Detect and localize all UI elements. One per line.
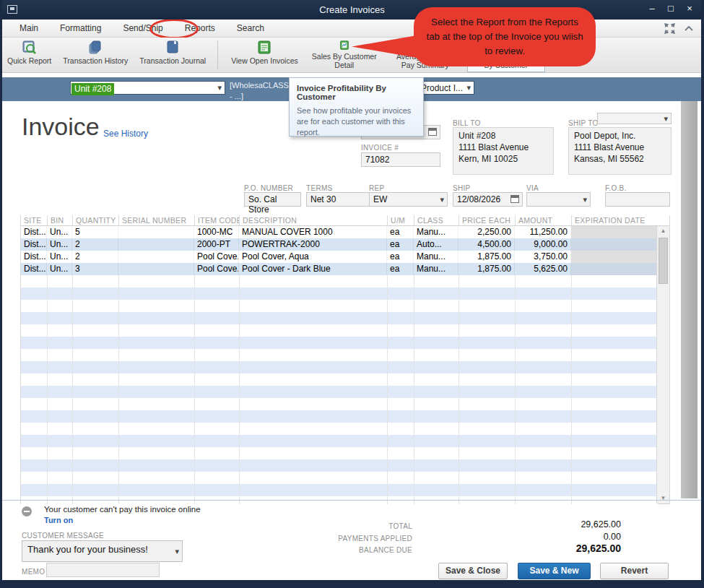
col-expiration-date: EXPIRATION DATE	[571, 215, 658, 225]
table-row: Dist... Un... 5 1000-MC MANUAL COVER 100…	[21, 226, 669, 238]
transaction-history-button[interactable]: Transaction History	[58, 38, 132, 72]
bill-to-box[interactable]: Unit #208 1111 Blast Avenue Kern, MI 100…	[453, 127, 554, 175]
po-number-field[interactable]: So. Cal Store	[244, 192, 301, 207]
memo-label: MEMO	[22, 568, 45, 576]
expand-window-icon[interactable]	[664, 23, 675, 34]
quick-report-button[interactable]: Quick Report	[3, 38, 56, 72]
class-field-text: [WholesaCLASS - ...]	[230, 80, 292, 102]
ship-date-field[interactable]: 12/08/2026	[453, 192, 523, 207]
calendar-icon[interactable]	[510, 195, 519, 203]
fob-label: F.O.B.	[605, 184, 627, 192]
balance-due-label: BALANCE DUE	[304, 546, 412, 554]
minimize-button[interactable]: –	[646, 2, 658, 15]
ribbon-tab-row: Main Formatting Send/Ship Reports Search	[0, 20, 704, 38]
empty-rows-area[interactable]	[21, 275, 658, 504]
reports-highlight-circle	[149, 19, 199, 39]
chevron-down-icon: ▾	[664, 114, 668, 124]
annotation-callout: Select the Report from the Reports tab a…	[414, 7, 596, 66]
report-tooltip: Invoice Profitability By Customer See ho…	[289, 77, 424, 137]
tooltip-title: Invoice Profitability By Customer	[297, 84, 416, 101]
online-payment-notice: Your customer can't pay this invoice onl…	[44, 505, 201, 514]
memo-input[interactable]	[46, 563, 160, 577]
payments-applied-label: PAYMENTS APPLIED	[304, 535, 412, 542]
chevron-down-icon: ▾	[440, 195, 444, 204]
callout-text: Select the Report from the Reports tab a…	[414, 11, 596, 62]
tooltip-body: See how profitable your invoices are for…	[297, 105, 416, 138]
view-open-invoices-icon	[256, 40, 272, 55]
col-price-each: PRICE EACH	[459, 215, 515, 225]
col-amount: AMOUNT	[515, 215, 571, 225]
maximize-button[interactable]: □	[665, 2, 677, 15]
close-button[interactable]: ×	[684, 2, 695, 15]
history-panel-toggle[interactable]: <	[681, 78, 698, 498]
window-title: Create Invoices	[0, 4, 704, 15]
calendar-icon[interactable]	[428, 128, 437, 136]
col-serial-number: SERIAL NUMBER	[118, 215, 194, 225]
col-item-code: ITEM CODE	[194, 215, 239, 225]
tab-main[interactable]: Main	[9, 20, 49, 38]
collapse-ribbon-icon[interactable]	[684, 25, 694, 33]
page-title: Invoice	[22, 113, 100, 141]
transaction-journal-icon	[165, 40, 181, 55]
scroll-down-icon[interactable]: ▼	[657, 493, 669, 503]
invoice-number-field[interactable]: 71082	[361, 152, 440, 167]
transaction-journal-button[interactable]: Transaction Journal	[135, 38, 210, 72]
online-payment-off-icon	[22, 506, 32, 516]
ship-to-box[interactable]: Pool Depot, Inc. 1111 Blast Avenue Kansa…	[568, 127, 672, 175]
template-dropdown[interactable]: Product I... ▾	[417, 81, 474, 95]
transaction-history-icon	[87, 40, 103, 55]
total-value: 29,625.00	[505, 519, 621, 529]
window-border	[0, 580, 704, 588]
see-history-link[interactable]: See History	[103, 129, 148, 139]
chevron-down-icon: ▾	[466, 83, 471, 92]
balance-due-value: 29,625.00	[505, 542, 621, 554]
scrollbar-thumb[interactable]	[659, 238, 668, 284]
customer-message-dropdown[interactable]: Thank you for your business! ▾	[22, 540, 183, 562]
create-invoices-window: Create Invoices – □ × Main Formatting Se…	[0, 0, 704, 588]
customer-job-value: Unit #208	[71, 83, 114, 95]
rep-dropdown[interactable]: EW ▾	[369, 192, 448, 207]
sales-by-customer-detail-icon	[336, 40, 352, 51]
col-quantity: QUANTITY	[72, 215, 118, 225]
quick-report-icon	[22, 40, 38, 55]
scroll-up-icon[interactable]: ▲	[657, 226, 669, 236]
chevron-down-icon: ▾	[175, 547, 179, 556]
ship-to-dropdown[interactable]: ▾	[597, 113, 672, 124]
terms-label: TERMS	[306, 184, 333, 192]
turn-on-link[interactable]: Turn on	[44, 516, 73, 524]
table-header: SITE BIN QUANTITY SERIAL NUMBER ITEM COD…	[21, 215, 669, 226]
chevron-down-icon: ▾	[583, 195, 587, 204]
ship-date-label: SHIP	[453, 184, 471, 192]
via-label: VIA	[526, 184, 539, 192]
template-value: Product I...	[421, 83, 463, 93]
toolbar-separator	[217, 40, 218, 69]
rep-label: REP	[369, 184, 384, 192]
total-label: TOTAL	[304, 522, 412, 530]
footer-divider	[2, 500, 701, 501]
fob-field[interactable]	[605, 192, 670, 207]
save-close-button[interactable]: Save & Close	[438, 563, 508, 579]
table-row: Dist... Un... 2 Pool Cove... Pool Cover,…	[21, 251, 669, 263]
table-row: Dist... Un... 2 2000-PT POWERTRAK-2000 e…	[21, 238, 669, 251]
window-border	[0, 0, 2, 588]
titlebar: Create Invoices – □ ×	[0, 0, 704, 20]
save-new-button[interactable]: Save & New	[518, 563, 591, 579]
table-row: Dist... Un... 3 Pool Cove... Pool Cover …	[21, 263, 669, 275]
reports-toolbar: Quick Report Transaction History Transac…	[0, 38, 704, 73]
view-open-invoices-button[interactable]: View Open Invoices	[227, 38, 303, 72]
customer-job-dropdown[interactable]: Unit #208 ▾	[70, 81, 225, 95]
tab-formatting[interactable]: Formatting	[49, 20, 112, 38]
bill-to-label: BILL TO	[453, 119, 481, 127]
col-bin: BIN	[47, 215, 72, 225]
col-um: U/M	[387, 215, 414, 225]
col-description: DESCRIPTION	[239, 215, 387, 225]
po-number-label: P.O. NUMBER	[244, 184, 293, 192]
tab-search[interactable]: Search	[226, 20, 275, 38]
payments-applied-value: 0.00	[505, 532, 621, 542]
invoice-number-label: INVOICE #	[361, 144, 399, 152]
sales-by-customer-detail-button[interactable]: Sales By Customer Detail	[305, 38, 383, 72]
ship-to-label: SHIP TO	[568, 119, 599, 127]
via-dropdown[interactable]: ▾	[526, 192, 591, 207]
revert-button[interactable]: Revert	[600, 563, 669, 579]
table-scrollbar[interactable]: ▲ ▼	[656, 226, 669, 503]
